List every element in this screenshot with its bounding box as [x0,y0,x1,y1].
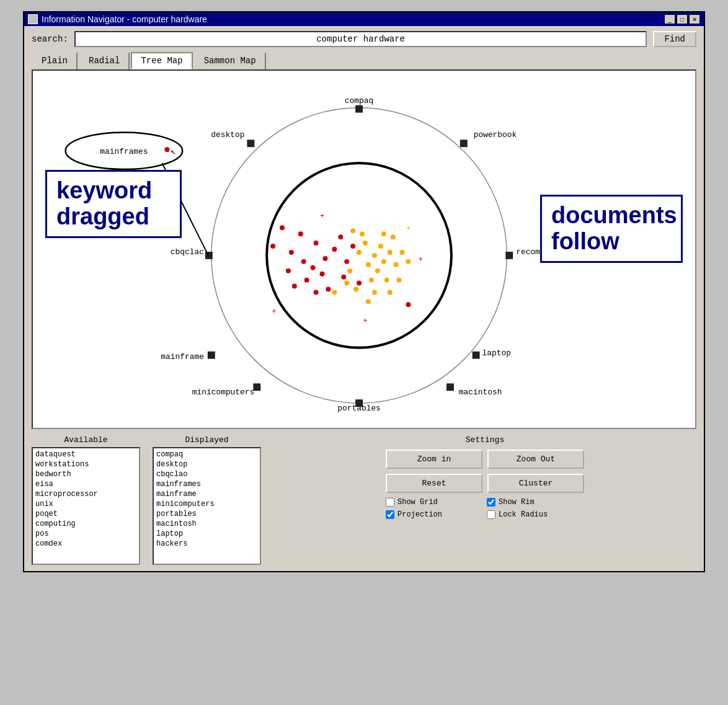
svg-text:powerbook: powerbook [474,130,517,140]
svg-point-59 [350,228,355,233]
displayed-title: Displayed [185,435,228,445]
list-item[interactable]: computing [34,519,138,529]
svg-rect-11 [247,140,254,147]
list-item[interactable]: macintosh [155,519,259,529]
svg-point-55 [344,281,349,286]
tab-treemap[interactable]: Tree Map [131,52,192,69]
cluster-button[interactable]: Cluster [487,474,584,493]
tab-radial[interactable]: Radial [79,52,130,69]
list-item[interactable]: microprocessor [34,489,138,499]
svg-point-42 [347,268,352,273]
svg-text:+: + [272,308,277,316]
svg-point-67 [280,225,285,230]
lock-radius-item: Lock Radius [487,510,584,519]
list-item[interactable]: compaq [155,450,259,459]
svg-point-41 [366,262,371,267]
tab-plain[interactable]: Plain [32,52,78,69]
close-button[interactable]: ✕ [689,14,700,24]
list-item[interactable]: mainframes [155,479,259,489]
svg-point-65 [270,244,275,249]
projection-label: Projection [397,510,442,519]
svg-point-54 [372,290,377,295]
zoom-in-button[interactable]: Zoom in [386,450,482,469]
svg-text:portables: portables [337,404,381,413]
main-window: Information Navigator - computer hardwar… [23,11,705,572]
list-item[interactable]: minicomputers [155,499,259,509]
svg-text:↖: ↖ [171,147,175,157]
svg-point-0 [211,108,507,403]
available-section: Available dataquest workstations bedwort… [32,435,140,565]
svg-point-34 [304,278,309,283]
tab-bar: Plain Radial Tree Map Sammon Map [24,52,704,69]
svg-rect-3 [460,140,468,147]
settings-buttons: Zoom in Zoom Out Reset Cluster [386,450,584,493]
show-rim-label: Show Rim [499,498,535,507]
list-item[interactable]: pos [34,529,138,539]
list-item[interactable]: portables [155,509,259,519]
svg-point-29 [326,287,331,292]
visualization-area[interactable]: compaq powerbook recompiled laptop macin… [32,69,696,429]
show-rim-checkbox[interactable] [487,498,495,507]
list-item[interactable]: cbqclao [155,469,259,479]
annotation-keyword-box: keyworddragged [45,170,182,238]
list-item[interactable]: bedworth [34,469,138,479]
available-list[interactable]: dataquest workstations bedworth eisa mic… [32,447,140,565]
list-item[interactable]: mainframe [155,489,259,499]
show-grid-item: Show Grid [386,498,483,507]
svg-point-43 [372,253,377,258]
show-grid-label: Show Grid [397,498,438,507]
maximize-button[interactable]: □ [677,14,688,24]
list-item[interactable]: dataquest [34,450,138,459]
list-item[interactable]: desktop [155,459,259,469]
annotation-keyword-text: keyworddragged [56,178,171,230]
search-bar: search: Find [24,26,704,52]
list-item[interactable]: eisa [34,479,138,489]
svg-point-66 [406,302,411,307]
lock-radius-label: Lock Radius [499,510,548,519]
list-item[interactable]: laptop [155,529,259,539]
svg-point-33 [286,268,291,273]
list-item[interactable]: comdex [34,539,138,549]
minimize-button[interactable]: _ [664,14,675,24]
svg-point-31 [292,284,297,289]
svg-point-52 [360,231,365,236]
search-label: search: [32,34,68,44]
projection-item: Projection [386,510,483,519]
svg-point-39 [357,281,362,286]
displayed-list[interactable]: compaq desktop cbqclao mainframes mainfr… [153,447,261,565]
svg-text:minicomputers: minicomputers [192,388,255,397]
svg-point-32 [338,234,343,239]
svg-point-51 [384,278,389,283]
list-item[interactable]: poqet [34,509,138,519]
svg-text:+: + [363,317,367,326]
find-button[interactable]: Find [653,31,696,47]
search-input[interactable] [74,31,647,47]
projection-checkbox[interactable] [386,510,394,519]
svg-text:+: + [320,212,324,221]
annotation-docs-box: documentsfollow [540,195,683,263]
svg-text:desktop: desktop [211,130,244,140]
tab-sammon[interactable]: Sammon Map [194,52,266,69]
annotation-docs-text: documentsfollow [551,203,672,255]
svg-point-57 [400,250,405,255]
reset-button[interactable]: Reset [386,474,482,493]
svg-point-45 [381,259,386,264]
settings-section: Settings Zoom in Zoom Out Reset Cluster … [273,435,696,565]
displayed-section: Displayed compaq desktop cbqclao mainfra… [153,435,261,565]
show-grid-checkbox[interactable] [386,498,394,507]
svg-rect-6 [446,383,454,391]
svg-point-46 [369,278,374,283]
svg-point-23 [301,259,306,264]
list-item[interactable]: workstations [34,459,138,469]
svg-text:cbqclac: cbqclac [171,247,204,257]
list-item[interactable]: unix [34,499,138,509]
zoom-out-button[interactable]: Zoom Out [487,450,584,469]
svg-point-56 [381,231,386,236]
svg-point-24 [320,272,325,277]
svg-point-49 [388,250,393,255]
svg-point-28 [298,231,303,236]
list-item[interactable]: hackers [155,539,259,549]
window-controls: _ □ ✕ [664,14,700,24]
lock-radius-checkbox[interactable] [487,510,495,519]
svg-point-36 [341,275,346,280]
